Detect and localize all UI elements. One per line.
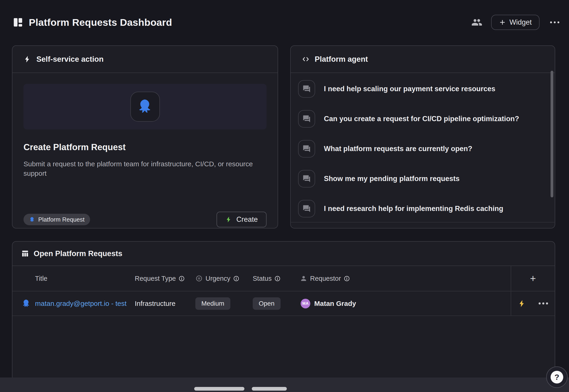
agent-suggestion[interactable]: Can you create a request for CI/CD pipel… [298, 110, 545, 127]
radio-icon [195, 275, 203, 282]
row-menu-button[interactable] [539, 302, 548, 305]
column-header-request-type[interactable]: Request Type [135, 266, 185, 291]
agent-suggestion[interactable]: Show me my pending platform requests [298, 170, 545, 187]
dashboard-icon [13, 17, 23, 28]
self-service-footer: Platform Request Create [24, 212, 267, 227]
octopus-icon [21, 291, 31, 316]
table-column-header-row: Title Request Type Urgency Status Reques… [13, 266, 555, 291]
agent-suggestion[interactable]: What platform requests are currently ope… [298, 140, 545, 157]
chat-bubble-icon [298, 80, 315, 98]
agent-suggestion-text: Show me my pending platform requests [324, 175, 460, 183]
page-title: Platform Requests Dashboard [29, 17, 172, 28]
info-icon[interactable] [233, 276, 239, 282]
lightning-icon [225, 216, 232, 223]
action-logo-tile [130, 92, 160, 122]
platform-request-chip-label: Platform Request [38, 216, 85, 223]
column-header-title[interactable]: Title [35, 266, 47, 291]
octopus-icon [136, 98, 154, 115]
action-description: Submit a request to the platform team fo… [24, 159, 254, 178]
request-title-link[interactable]: matan.grady@getport.io - test [35, 300, 127, 308]
run-action-lightning-icon[interactable] [518, 299, 526, 308]
agent-scrollbar[interactable] [551, 71, 553, 221]
info-icon[interactable] [274, 276, 281, 282]
self-service-card-title: Self-service action [36, 55, 104, 64]
page-header: Platform Requests Dashboard Widget [13, 10, 559, 35]
column-label: Request Type [135, 275, 176, 282]
chat-bubble-icon [298, 170, 315, 187]
action-logo-panel [24, 84, 267, 129]
plus-icon [499, 19, 506, 26]
self-service-card: Self-service action Create Platform Requ… [12, 45, 278, 228]
column-header-requestor[interactable]: Requestor [300, 266, 350, 291]
platform-agent-card-title: Platform agent [315, 55, 368, 64]
column-label: Title [35, 275, 47, 282]
table-row[interactable]: matan.grady@getport.io - test Infrastruc… [13, 291, 555, 316]
requestor-avatar: MA [301, 299, 310, 308]
agent-suggestion-text: I need research help for implementing Re… [324, 205, 503, 213]
column-label: Urgency [205, 275, 230, 282]
row-actions [511, 291, 555, 316]
chat-bubble-icon [298, 140, 315, 157]
request-type-value: Infrastructure [135, 300, 175, 308]
scrollbar-thumb[interactable] [551, 71, 553, 197]
platform-agent-card: Platform agent I need help scaling our p… [290, 45, 555, 228]
agent-suggestion-text: Can you create a request for CI/CD pipel… [324, 115, 519, 123]
page-menu-button[interactable] [550, 21, 559, 23]
horizontal-scrollbar-thumb[interactable] [194, 387, 244, 391]
cell-urgency: Medium [195, 291, 230, 316]
open-requests-card-header: Open Platform Requests [13, 242, 555, 266]
chat-bubble-icon [298, 200, 315, 217]
action-title: Create Platform Request [24, 142, 267, 152]
platform-agent-card-header: Platform agent [291, 46, 555, 73]
agent-card-divider [291, 222, 555, 223]
agent-suggestion-text: I need help scaling our payment service … [324, 85, 495, 93]
cell-requestor: MA Matan Grady [301, 291, 356, 316]
lightning-icon [24, 55, 31, 63]
ellipsis-icon [550, 21, 552, 23]
platform-request-chip: Platform Request [24, 214, 90, 225]
column-label: Status [253, 275, 271, 282]
urgency-badge: Medium [195, 297, 230, 310]
person-icon [300, 275, 307, 282]
cell-title: matan.grady@getport.io - test [35, 291, 127, 316]
help-button[interactable]: ? [546, 366, 568, 388]
cell-status: Open [253, 291, 281, 316]
column-label: Requestor [310, 275, 341, 282]
open-requests-card: Open Platform Requests Title Request Typ… [12, 241, 555, 382]
add-widget-button[interactable]: Widget [491, 15, 540, 30]
chat-bubble-icon [298, 110, 315, 127]
info-icon[interactable] [179, 276, 185, 282]
viewers-icon[interactable] [471, 17, 482, 28]
self-service-body: Create Platform Request Submit a request… [13, 84, 278, 239]
info-icon[interactable] [344, 276, 350, 282]
agent-suggestion[interactable]: I need research help for implementing Re… [298, 200, 545, 217]
status-badge: Open [253, 297, 281, 310]
agent-suggestion-text: What platform requests are currently ope… [324, 145, 472, 153]
agent-suggestion[interactable]: I need help scaling our payment service … [298, 80, 545, 98]
column-header-urgency[interactable]: Urgency [195, 266, 239, 291]
octopus-icon [29, 216, 35, 223]
horizontal-scrollbar-thumb[interactable] [252, 387, 287, 391]
question-mark-icon: ? [551, 371, 563, 383]
requestor-name: Matan Grady [314, 300, 356, 308]
create-button[interactable]: Create [216, 212, 267, 227]
code-icon [302, 55, 310, 63]
cell-request-type: Infrastructure [135, 291, 175, 316]
horizontal-scrollbar-strip [0, 378, 569, 392]
agent-suggestion-list: I need help scaling our payment service … [291, 73, 555, 217]
column-header-status[interactable]: Status [253, 266, 281, 291]
create-button-label: Create [236, 215, 258, 224]
add-column-button[interactable]: + [511, 266, 555, 291]
table-icon [21, 250, 29, 257]
add-widget-label: Widget [510, 18, 532, 27]
open-requests-card-title: Open Platform Requests [34, 249, 122, 258]
self-service-card-header: Self-service action [13, 46, 278, 73]
dashboard-page: Platform Requests Dashboard Widget Self-… [0, 0, 569, 392]
